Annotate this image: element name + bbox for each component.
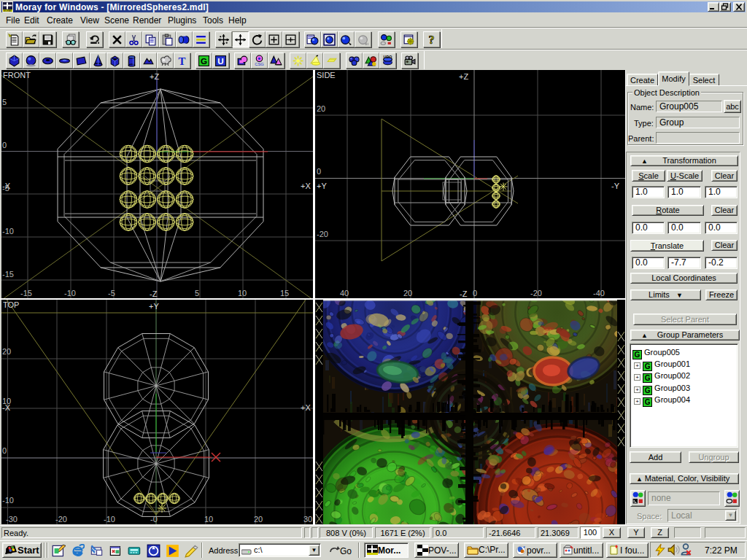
- svg-text:+Z: +Z: [459, 72, 468, 81]
- svg-text:-Z: -Z: [460, 289, 468, 298]
- svg-text:+Y: +Y: [317, 182, 327, 190]
- svg-text:0: 0: [2, 446, 7, 455]
- svg-text:+Z: +Z: [150, 72, 159, 81]
- svg-text:G: G: [201, 56, 207, 66]
- svg-text:-10: -10: [64, 289, 76, 298]
- svg-text:CSG: CSG: [255, 62, 264, 66]
- svg-text:-15: -15: [2, 270, 14, 279]
- svg-text:-0: -0: [150, 515, 158, 524]
- svg-text:-10: -10: [2, 496, 14, 505]
- svg-text:20: 20: [254, 515, 263, 524]
- svg-text:-20: -20: [317, 230, 328, 238]
- svg-text:20: 20: [317, 104, 325, 113]
- svg-text:T: T: [179, 55, 186, 67]
- svg-text:SIDE: SIDE: [317, 71, 336, 79]
- svg-text:20: 20: [403, 289, 412, 298]
- svg-text:FRONT: FRONT: [3, 71, 31, 79]
- svg-text:40: 40: [340, 289, 349, 298]
- svg-text:-10: -10: [104, 515, 115, 524]
- svg-text:-X: -X: [2, 182, 11, 190]
- svg-text:-20: -20: [55, 515, 67, 524]
- svg-text:-30: -30: [6, 515, 18, 524]
- svg-text:0: 0: [317, 167, 321, 176]
- svg-text:-40: -40: [593, 289, 605, 298]
- svg-text:15: 15: [280, 289, 289, 298]
- svg-text:0: 0: [2, 141, 7, 149]
- svg-text:MORAY: MORAY: [4, 9, 12, 12]
- svg-text:+Y: +Y: [149, 302, 159, 311]
- svg-text:-X: -X: [2, 403, 11, 412]
- svg-text:-Z: -Z: [150, 289, 158, 298]
- svg-text:20: 20: [2, 347, 11, 356]
- svg-text:10: 10: [238, 289, 247, 298]
- svg-text:U: U: [217, 56, 223, 66]
- svg-text:5: 5: [2, 98, 7, 106]
- svg-text:10: 10: [204, 515, 213, 524]
- svg-text:+X: +X: [301, 182, 311, 190]
- svg-text:UDO: UDO: [384, 55, 392, 59]
- svg-text:30: 30: [303, 515, 312, 524]
- svg-text:-10: -10: [2, 227, 14, 236]
- svg-text:-Y: -Y: [611, 182, 620, 190]
- svg-text:TOP: TOP: [3, 300, 19, 309]
- svg-text:0: 0: [473, 289, 477, 298]
- svg-text:?: ?: [429, 34, 435, 46]
- svg-text:-20: -20: [530, 289, 542, 298]
- svg-text:5: 5: [195, 289, 199, 298]
- svg-text:-15: -15: [20, 289, 32, 298]
- svg-text:-5: -5: [108, 289, 115, 298]
- svg-text:+X: +X: [301, 403, 311, 412]
